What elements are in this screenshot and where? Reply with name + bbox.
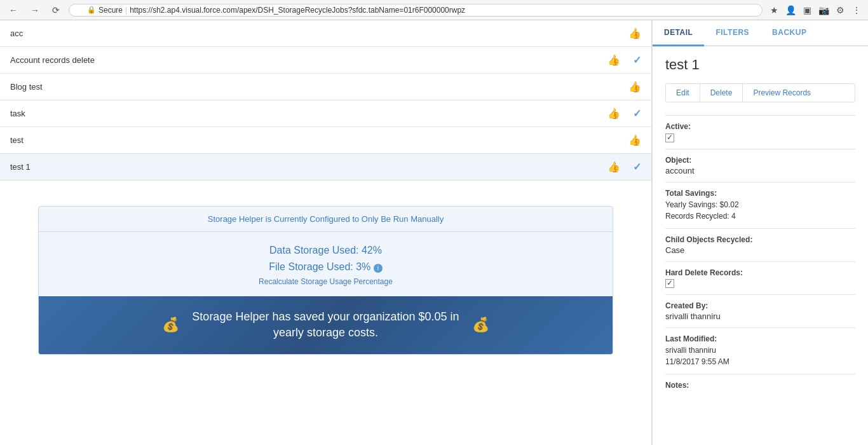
thumb-icon[interactable]: 👍 xyxy=(607,54,620,66)
money-icon-right: 💰 xyxy=(472,317,489,333)
refresh-button[interactable]: ⟳ xyxy=(48,4,64,17)
money-icon-left: 💰 xyxy=(162,317,179,333)
row-label: test xyxy=(10,135,590,145)
last-modified-date: 11/8/2017 9:55 AM xyxy=(665,356,855,367)
table-row[interactable]: Account records delete 👍 ✓ xyxy=(0,47,651,74)
menu-icon[interactable]: ⋮ xyxy=(850,4,863,17)
toolbar-icons: ★ 👤 ▣ 📷 ⚙ ⋮ xyxy=(768,4,863,17)
url-text: https://sh2.ap4.visual.force.com/apex/DS… xyxy=(130,6,465,15)
forward-button[interactable]: → xyxy=(27,4,43,17)
camera-icon[interactable]: 📷 xyxy=(817,4,830,17)
check-icon: ✓ xyxy=(633,54,641,66)
divider xyxy=(665,374,855,374)
table-row[interactable]: acc 👍 xyxy=(0,20,651,47)
child-objects-field: Child Objects Recycled: Case xyxy=(665,235,855,255)
back-button[interactable]: ← xyxy=(5,4,22,17)
created-by-value: srivalli thanniru xyxy=(665,312,855,321)
delete-button[interactable]: Delete xyxy=(700,84,743,102)
active-value xyxy=(665,132,855,142)
check-icon: ✓ xyxy=(633,107,641,120)
divider xyxy=(665,228,855,229)
row-label: Account records delete xyxy=(10,55,590,65)
url-field[interactable]: 🔒 Secure | https://sh2.ap4.visual.force.… xyxy=(69,4,763,17)
table-row[interactable]: Blog test 👍 xyxy=(0,74,651,100)
right-panel: DETAIL FILTERS BACKUP test 1 Edit Delete… xyxy=(652,20,868,445)
last-modified-label: Last Modified: xyxy=(665,334,855,343)
hard-delete-value xyxy=(665,278,855,289)
table-row[interactable]: task 👍 ✓ xyxy=(0,100,651,127)
hard-delete-checkbox[interactable] xyxy=(665,279,674,288)
object-label: Object: xyxy=(665,156,855,165)
divider xyxy=(665,149,855,149)
thumb-icon[interactable]: 👍 xyxy=(628,27,641,39)
storage-header: Storage Helper is Currently Configured t… xyxy=(39,207,613,232)
object-field: Object: account xyxy=(665,156,855,175)
child-objects-label: Child Objects Recycled: xyxy=(665,235,855,244)
extension-icon[interactable]: ⚙ xyxy=(834,4,846,17)
row-icons: 👍 ✓ xyxy=(590,54,641,66)
thumb-icon[interactable]: 👍 xyxy=(607,107,620,120)
savings-banner: 💰 Storage Helper has saved your organiza… xyxy=(39,296,613,353)
total-savings-field: Total Savings: Yearly Savings: $0.02 Rec… xyxy=(665,189,855,222)
object-value: account xyxy=(665,166,855,175)
row-label: acc xyxy=(10,29,590,38)
row-icons: 👍 ✓ xyxy=(590,161,641,173)
hard-delete-label: Hard Delete Records: xyxy=(665,268,855,277)
browser-url-bar: ← → ⟳ 🔒 Secure | https://sh2.ap4.visual.… xyxy=(0,0,868,20)
divider xyxy=(665,261,855,262)
screenshot-icon[interactable]: ▣ xyxy=(801,4,813,17)
tab-backup[interactable]: BACKUP xyxy=(761,20,818,46)
action-buttons: Edit Delete Preview Records xyxy=(665,83,855,102)
created-by-field: Created By: srivalli thanniru xyxy=(665,301,855,321)
divider xyxy=(665,115,855,116)
notes-field: Notes: xyxy=(665,381,855,390)
bookmark-icon[interactable]: ★ xyxy=(768,4,780,17)
tab-detail[interactable]: DETAIL xyxy=(653,20,704,46)
divider xyxy=(665,327,855,328)
last-modified-name: srivalli thanniru xyxy=(665,345,855,356)
info-icon[interactable]: i xyxy=(374,264,383,273)
last-modified-field: Last Modified: srivalli thanniru 11/8/20… xyxy=(665,334,855,367)
tabs-bar: DETAIL FILTERS BACKUP xyxy=(653,20,868,46)
lock-icon: 🔒 xyxy=(87,6,96,14)
file-storage-stat: File Storage Used: 3% i xyxy=(49,259,602,275)
divider xyxy=(665,182,855,182)
secure-label: Secure xyxy=(98,6,123,15)
thumb-icon[interactable]: 👍 xyxy=(628,81,641,93)
row-label: Blog test xyxy=(10,82,590,92)
preview-records-button[interactable]: Preview Records xyxy=(743,84,821,102)
detail-title: test 1 xyxy=(665,57,855,73)
row-icons: 👍 ✓ xyxy=(590,107,641,120)
created-by-label: Created By: xyxy=(665,301,855,310)
hard-delete-field: Hard Delete Records: xyxy=(665,268,855,289)
table-row[interactable]: test 👍 xyxy=(0,127,651,154)
active-field: Active: xyxy=(665,122,855,142)
row-icons: 👍 xyxy=(590,134,641,146)
thumb-icon[interactable]: 👍 xyxy=(607,161,620,173)
data-storage-stat: Data Storage Used: 42% xyxy=(49,242,602,259)
total-savings-label: Total Savings: xyxy=(665,189,855,198)
active-label: Active: xyxy=(665,122,855,131)
table-row[interactable]: test 1 👍 ✓ xyxy=(0,154,651,181)
yearly-savings-value: Yearly Savings: $0.02 xyxy=(665,199,855,210)
edit-button[interactable]: Edit xyxy=(666,84,700,102)
left-panel: acc 👍 Account records delete 👍 ✓ Blog te… xyxy=(0,20,652,445)
profile-icon[interactable]: 👤 xyxy=(784,4,797,17)
row-label: task xyxy=(10,109,590,118)
records-recycled-value: Records Recycled: 4 xyxy=(665,210,855,222)
active-checkbox[interactable] xyxy=(665,134,674,142)
recalculate-link[interactable]: Recalculate Storage Usage Percentage xyxy=(49,277,602,286)
notes-label: Notes: xyxy=(665,381,855,390)
thumb-icon[interactable]: 👍 xyxy=(628,134,641,146)
tab-filters[interactable]: FILTERS xyxy=(704,20,761,46)
storage-info-container: Storage Helper is Currently Configured t… xyxy=(38,206,613,355)
divider xyxy=(665,294,855,295)
row-icons: 👍 xyxy=(590,81,641,93)
records-table: acc 👍 Account records delete 👍 ✓ Blog te… xyxy=(0,20,651,181)
check-icon: ✓ xyxy=(633,161,641,173)
savings-text: Storage Helper has saved your organizati… xyxy=(192,309,459,341)
storage-stats: Data Storage Used: 42% File Storage Used… xyxy=(39,232,613,296)
detail-panel: test 1 Edit Delete Preview Records Activ… xyxy=(653,46,868,406)
child-objects-value: Case xyxy=(665,245,855,255)
row-label: test 1 xyxy=(10,162,590,172)
